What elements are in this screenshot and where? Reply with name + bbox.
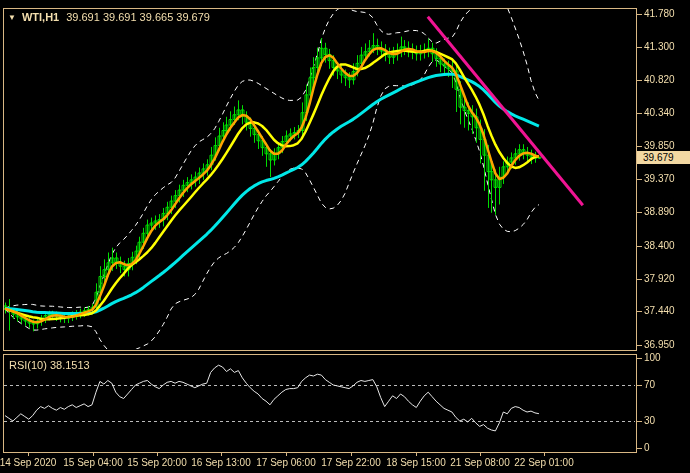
- current-price-tag: 39.679: [637, 151, 690, 164]
- price-tick-label: 41.780: [644, 8, 675, 20]
- time-tick-label: 14 Sep 2020: [0, 457, 56, 469]
- symbol-dropdown-icon[interactable]: ▼: [8, 13, 16, 22]
- price-tick-label: 37.920: [644, 273, 675, 285]
- price-chart-pane: [3, 8, 637, 351]
- price-tick-label: 40.340: [644, 107, 675, 119]
- rsi-tick-label: 0: [644, 442, 650, 454]
- price-tick-label: 38.890: [644, 206, 675, 218]
- rsi-indicator-label: RSI(10) 38.1513: [9, 359, 90, 371]
- time-tick-label: 15 Sep 04:00: [63, 457, 123, 469]
- time-tick-label: 21 Sep 08:00: [450, 457, 510, 469]
- time-tick-label: 22 Sep 01:00: [514, 457, 574, 469]
- time-tick-label: 17 Sep 22:00: [321, 457, 381, 469]
- time-tick-label: 18 Sep 15:00: [386, 457, 446, 469]
- time-tick-label: 17 Sep 06:00: [256, 457, 316, 469]
- mt4-chart-window: ▼WTI,H139.691 39.691 39.665 39.679 RSI(1…: [0, 0, 690, 473]
- rsi-tick-label: 30: [644, 415, 655, 427]
- price-tick-label: 41.300: [644, 41, 675, 53]
- rsi-tick-label: 70: [644, 379, 655, 391]
- price-tick-label: 36.950: [644, 339, 675, 351]
- rsi-tick-label: 100: [644, 352, 661, 364]
- time-tick-label: 15 Sep 20:00: [127, 457, 187, 469]
- price-tick-label: 38.400: [644, 240, 675, 252]
- price-tick-label: 39.850: [644, 140, 675, 152]
- price-tick-label: 39.370: [644, 173, 675, 185]
- price-tick-label: 40.820: [644, 74, 675, 86]
- time-tick-label: 16 Sep 13:00: [191, 457, 251, 469]
- chart-header: ▼WTI,H139.691 39.691 39.665 39.679: [8, 11, 210, 23]
- ohlc-readout: 39.691 39.691 39.665 39.679: [66, 11, 210, 23]
- symbol-period-label: WTI,H1: [22, 11, 59, 23]
- price-tick-label: 37.440: [644, 305, 675, 317]
- rsi-indicator-pane: [3, 354, 637, 453]
